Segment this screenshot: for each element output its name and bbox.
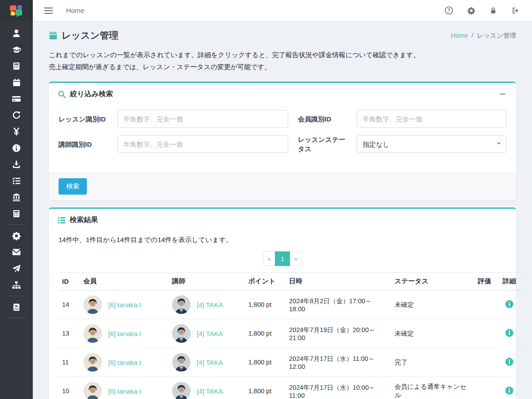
member-avatar — [83, 382, 102, 399]
lesson-status-label: レッスンステータス — [288, 135, 357, 153]
results-body: 14件中、1件目から14件目までの14件を表示しています。 « 1 » ID — [49, 231, 516, 399]
sidebar-item-instructors[interactable] — [0, 41, 33, 58]
member-cell: [6] tanaka.t — [83, 295, 165, 314]
page-title: レッスン管理 — [49, 29, 118, 42]
breadcrumb-home-link[interactable]: Home — [451, 32, 468, 39]
app-logo[interactable] — [0, 0, 33, 21]
calendar-title-icon — [49, 31, 58, 40]
list-icon — [58, 216, 66, 224]
cell-rating — [474, 319, 499, 348]
main-column: Home ? レッスン管理 — [33, 0, 532, 399]
redo-icon — [12, 111, 21, 120]
download-icon — [12, 160, 21, 169]
sidebar-item-refresh[interactable] — [0, 107, 33, 123]
cell-status: 未確定 — [391, 290, 474, 319]
nav-home-link[interactable]: Home — [66, 7, 84, 15]
cell-datetime: 2024年7月17日（水）10:00～11:00 — [286, 377, 391, 399]
sidebar-item-members[interactable] — [0, 25, 33, 41]
minus-icon — [500, 94, 505, 95]
help-icon[interactable]: ? — [445, 6, 453, 15]
member-cell: [6] tanaka.t — [83, 353, 165, 372]
member-link[interactable]: [6] tanaka.t — [108, 301, 141, 309]
instructor-cell: [4] TAKA — [172, 324, 241, 343]
pagination-next-button[interactable]: » — [290, 251, 302, 266]
instructor-id-input[interactable] — [117, 135, 288, 153]
member-link[interactable]: [6] tanaka.t — [108, 359, 141, 366]
sidebar-item-tasks[interactable] — [0, 172, 33, 189]
sidebar-toggle-button[interactable] — [44, 8, 53, 14]
sidebar-item-organization[interactable] — [0, 277, 33, 293]
instructor-link[interactable]: [4] TAKA — [197, 387, 223, 395]
member-link[interactable]: [6] tanaka.t — [108, 387, 141, 395]
lock-icon[interactable] — [489, 6, 497, 15]
search-panel-header: 絞り込み検索 — [49, 83, 516, 105]
cell-datetime: 2024年8月2日（金）17:00～18:00 — [286, 290, 391, 319]
instructor-link[interactable]: [4] TAKA — [197, 301, 223, 309]
instructor-cell: [4] TAKA — [172, 295, 241, 314]
results-panel-title-text: 検索結果 — [70, 215, 98, 225]
sidebar-item-settings[interactable] — [0, 227, 33, 244]
member-cell: [6] tanaka.t — [83, 382, 165, 399]
detail-info-icon[interactable] — [505, 329, 513, 337]
settings-icon[interactable] — [467, 7, 475, 15]
sidebar-item-mail[interactable] — [0, 244, 33, 260]
pagination-page-1-button[interactable]: 1 — [275, 251, 290, 266]
search-panel-footer: 検索 — [49, 172, 516, 200]
col-header-id: ID — [59, 273, 80, 290]
logout-icon[interactable] — [511, 7, 520, 15]
sidebar-item-payments[interactable] — [0, 90, 33, 107]
sidebar-item-estimate[interactable] — [0, 205, 33, 222]
cell-lesson-id: 14 — [59, 290, 80, 319]
instructor-link[interactable]: [4] TAKA — [197, 330, 223, 337]
hamburger-icon — [44, 8, 53, 14]
detail-info-icon[interactable] — [505, 358, 513, 366]
cell-rating — [474, 377, 499, 399]
calendar-icon — [12, 78, 21, 87]
cell-lesson-id: 10 — [59, 377, 80, 399]
sidebar-item-send[interactable] — [0, 260, 33, 277]
collapse-panel-button[interactable] — [498, 92, 507, 97]
search-panel: 絞り込み検索 レッスン識別ID 会員識別ID 講師識別ID レッスンステータス — [49, 82, 516, 200]
col-header-rating: 評価 — [474, 273, 499, 290]
lesson-status-select[interactable]: 指定なし — [357, 135, 506, 153]
lesson-status-select-wrap: 指定なし — [357, 135, 506, 153]
sidebar-divider — [5, 296, 27, 296]
detail-info-icon[interactable] — [505, 387, 513, 395]
member-id-label: 会員識別ID — [288, 114, 357, 124]
navbar-actions: ? — [445, 6, 524, 15]
pagination-prev-button[interactable]: « — [263, 251, 275, 266]
sidebar-item-billing-calc[interactable] — [0, 58, 33, 74]
page-description: これまでのレッスンの一覧が表示されています。詳細をクリックすると、完了報告状況や… — [49, 49, 516, 73]
sidebar-divider — [5, 224, 27, 225]
member-avatar — [83, 324, 102, 343]
instructor-link[interactable]: [4] TAKA — [197, 359, 223, 366]
cell-lesson-id: 11 — [59, 348, 80, 377]
sidebar-item-lessons[interactable] — [0, 74, 33, 90]
breadcrumb-current: レッスン管理 — [477, 31, 516, 40]
sidebar-item-bank[interactable] — [0, 189, 33, 205]
sidebar — [0, 0, 33, 399]
member-link[interactable]: [6] tanaka.t — [108, 330, 141, 337]
yen-sign-icon — [12, 127, 21, 136]
results-summary: 14件中、1件目から14件目までの14件を表示しています。 — [59, 236, 506, 244]
sidebar-item-manual[interactable] — [0, 299, 33, 315]
detail-info-icon[interactable] — [505, 300, 513, 308]
pagination: « 1 » — [59, 251, 506, 266]
sidebar-item-information[interactable] — [0, 140, 33, 156]
sidebar-item-download[interactable] — [0, 156, 33, 172]
cell-datetime: 2024年7月19日（金）20:00～21:00 — [286, 319, 391, 348]
cell-status: 会員による通常キャンセル — [391, 377, 474, 399]
cell-points: 1,800 pt — [245, 377, 286, 399]
info-circle-icon — [12, 144, 21, 153]
member-id-input[interactable] — [357, 110, 506, 128]
cell-status: 未確定 — [391, 319, 474, 348]
col-header-status: ステータス — [391, 273, 474, 290]
search-button[interactable]: 検索 — [59, 178, 87, 195]
lesson-id-input[interactable] — [117, 110, 288, 128]
member-cell: [6] tanaka.t — [83, 324, 165, 343]
col-header-points: ポイント — [245, 273, 286, 290]
instructor-cell: [4] TAKA — [172, 353, 241, 372]
sidebar-item-sales[interactable] — [0, 123, 33, 140]
search-panel-title-text: 絞り込み検索 — [70, 90, 113, 99]
envelope-icon — [12, 248, 21, 256]
